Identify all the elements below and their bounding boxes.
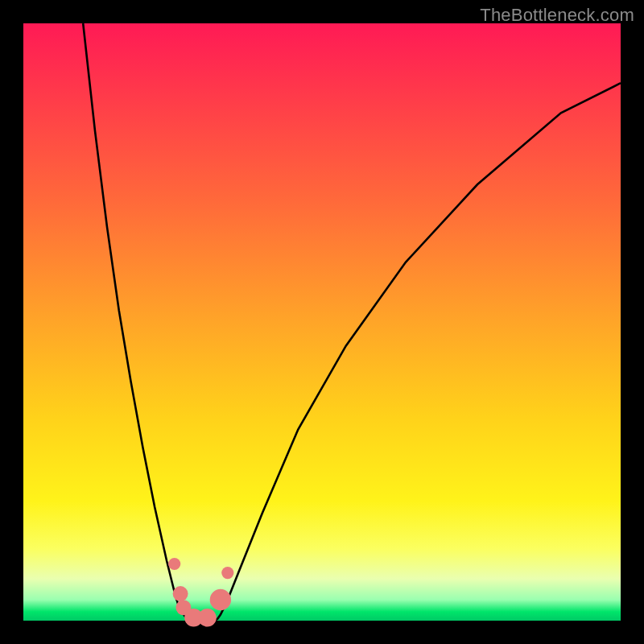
data-marker [221,567,233,579]
data-marker [173,586,188,601]
markers-group [168,558,233,627]
plot-area [23,23,621,621]
watermark-text: TheBottleneck.com [480,5,634,26]
chart-svg [23,23,621,621]
left-curve [83,23,191,621]
data-marker [198,609,217,627]
right-curve [214,83,621,621]
data-marker [168,558,180,570]
data-marker [210,589,231,610]
chart-frame: TheBottleneck.com [0,0,644,644]
